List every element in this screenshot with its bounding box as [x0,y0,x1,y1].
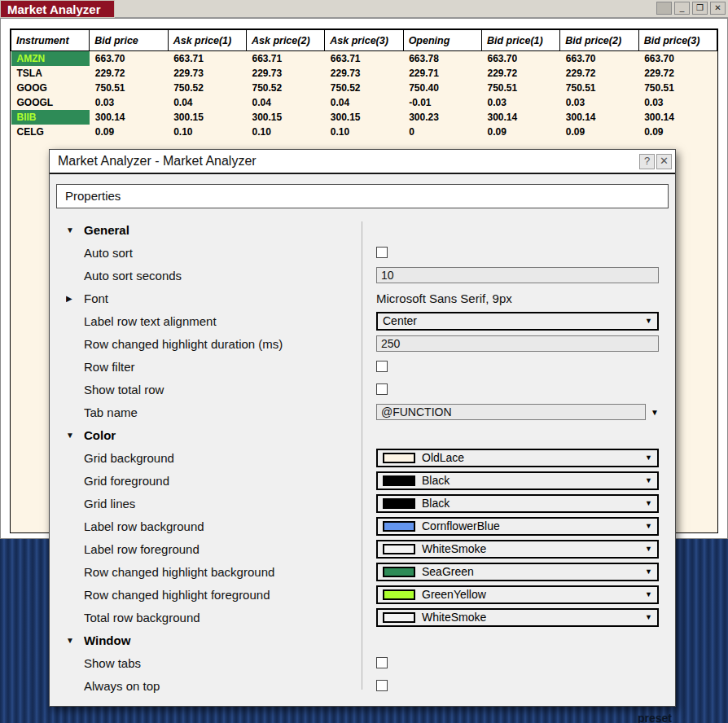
chevron-down-icon: ▼ [645,476,652,484]
column-header[interactable]: Instrument [11,30,90,51]
property-row: Grid linesBlack▼ [56,492,669,515]
color-swatch [383,498,415,509]
show-tabs-checkbox[interactable] [376,657,388,668]
dropdown-value: WhiteSmoke [422,542,638,555]
auto-sort-checkbox[interactable] [376,247,388,258]
column-header[interactable]: Bid price(2) [560,30,638,51]
table-row[interactable]: BIIB300.14300.15300.15300.15300.23300.14… [11,110,717,125]
properties-tabstrip[interactable]: Properties [56,184,669,208]
table-row[interactable]: AMZN663.70663.71663.71663.71663.78663.70… [11,51,717,66]
close-icon[interactable]: ✕ [710,2,726,15]
grid-lines-dropdown[interactable]: Black▼ [376,494,659,513]
dropdown-value: WhiteSmoke [422,611,638,624]
minimize-icon[interactable]: _ [674,2,690,15]
restore-icon[interactable]: ❐ [692,2,708,15]
column-header[interactable]: Bid price [90,30,168,51]
category-row-general[interactable]: ▼General [56,218,669,241]
price-cell: 229.73 [325,66,403,81]
column-header[interactable]: Bid price(3) [638,30,717,51]
column-header[interactable]: Ask price(1) [168,30,246,51]
property-row: Tab name▼ [56,401,669,423]
row-changed-highlight-duration-ms-input[interactable] [376,335,659,352]
grid-foreground-dropdown[interactable]: Black▼ [376,471,659,490]
price-cell: 0.10 [168,125,246,139]
price-cell: 0.03 [560,95,638,110]
collapse-triangle-icon[interactable]: ▼ [66,226,84,234]
price-cell: 229.73 [168,66,246,81]
expand-triangle-icon[interactable]: ▶ [66,294,84,303]
table-row[interactable]: GOOG750.51750.52750.52750.52750.40750.51… [11,81,717,95]
price-cell: 0.10 [325,125,403,139]
row-filter-checkbox[interactable] [376,361,388,372]
price-cell: 750.40 [403,81,481,95]
property-control: Microsoft Sans Serif, 9px [362,291,669,305]
label-row-foreground-dropdown[interactable]: WhiteSmoke▼ [376,540,659,559]
price-cell: 229.72 [560,66,638,81]
label-row-background-dropdown[interactable]: CornflowerBlue▼ [376,517,659,536]
close-icon[interactable]: ✕ [656,154,672,169]
price-cell: 0.03 [638,95,717,110]
price-cell: 663.71 [168,51,246,66]
chevron-down-icon[interactable]: ▼ [651,408,659,417]
table-row[interactable]: TSLA229.72229.73229.73229.73229.71229.72… [11,66,717,81]
color-swatch [383,589,415,600]
desktop-background: Market Analyzer _❐✕ InstrumentBid priceA… [0,0,728,723]
column-header[interactable]: Ask price(3) [325,30,403,51]
property-label: Show tabs [66,656,362,670]
property-label: Grid foreground [66,474,362,488]
category-row-window[interactable]: ▼Window [56,629,669,651]
price-cell: 750.51 [560,81,638,95]
auto-sort-seconds-input[interactable] [376,267,659,283]
price-cell: 0.03 [481,95,559,110]
property-control: WhiteSmoke▼ [362,540,669,559]
table-row[interactable]: GOOGL0.030.040.040.04-0.010.030.030.03 [11,95,717,110]
property-label: Show total row [66,383,362,397]
property-row: Always on top [56,674,669,697]
price-cell: 663.70 [481,51,559,66]
row-changed-highlight-foreground-dropdown[interactable]: GreenYellow▼ [376,585,659,604]
collapse-triangle-icon[interactable]: ▼ [66,636,84,645]
property-control [362,335,669,352]
dialog-titlebar[interactable]: Market Analyzer - Market Analyzer ? ✕ [50,150,675,174]
price-cell: 300.23 [403,110,481,125]
system-icon[interactable] [656,2,672,15]
price-cell: 300.14 [481,110,559,125]
price-cell: -0.01 [403,95,481,110]
dropdown-value: OldLace [422,451,638,464]
column-header[interactable]: Bid price(1) [481,30,559,51]
property-control: Black▼ [362,494,669,513]
dropdown-value: Black [422,497,638,510]
instrument-cell: GOOG [11,81,90,95]
category-row-color[interactable]: ▼Color [56,423,669,446]
total-row-background-dropdown[interactable]: WhiteSmoke▼ [376,608,659,627]
column-header[interactable]: Ask price(2) [246,30,324,51]
row-changed-highlight-background-dropdown[interactable]: SeaGreen▼ [376,563,659,581]
instrument-cell: AMZN [11,51,90,66]
always-on-top-checkbox[interactable] [376,680,388,691]
chevron-down-icon: ▼ [645,545,652,553]
chevron-down-icon: ▼ [645,317,652,325]
label-row-text-alignment-dropdown[interactable]: Center▼ [376,312,659,331]
property-grid: ▼GeneralAuto sortAuto sort seconds▶FontM… [56,218,669,698]
property-control: GreenYellow▼ [362,585,669,604]
price-cell: 663.70 [638,51,717,66]
table-row[interactable]: CELG0.090.100.100.1000.090.090.09 [11,125,717,139]
property-row: Row changed highlight backgroundSeaGreen… [56,560,669,583]
tab-name-input[interactable] [376,404,646,420]
grid-background-dropdown[interactable]: OldLace▼ [376,449,659,467]
color-swatch [383,453,415,463]
price-cell: 300.15 [325,110,403,125]
show-total-row-checkbox[interactable] [376,383,388,395]
category-label: General [84,223,129,237]
property-control: Black▼ [362,471,669,490]
window-controls: _❐✕ [656,2,726,15]
collapse-triangle-icon[interactable]: ▼ [66,431,84,440]
help-button[interactable]: ? [639,154,655,169]
property-control [362,361,669,372]
price-cell: 0 [403,125,481,139]
price-cell: 0.10 [246,125,324,139]
price-cell: 663.70 [560,51,638,66]
property-row: Auto sort seconds [56,264,669,287]
column-header[interactable]: Opening [403,30,481,51]
property-control: WhiteSmoke▼ [362,608,669,627]
